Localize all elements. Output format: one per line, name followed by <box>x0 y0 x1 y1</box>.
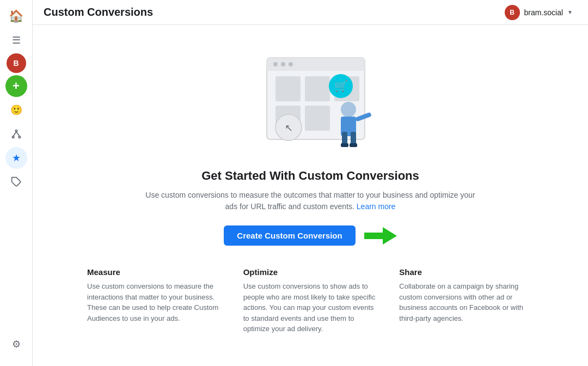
sidebar: 🏠 ☰ B + 🙂 ★ ⚙ <box>0 0 33 366</box>
page-title: Custom Conversions <box>44 6 153 19</box>
svg-rect-22 <box>351 132 356 145</box>
svg-point-0 <box>15 130 17 132</box>
sidebar-item-menu[interactable]: ☰ <box>5 29 27 51</box>
feature-optimize-desc: Use custom conversions to show ads to pe… <box>243 281 378 334</box>
feature-measure-title: Measure <box>87 267 222 277</box>
feature-measure: Measure Use custom conversions to measur… <box>87 267 222 334</box>
svg-point-2 <box>19 136 20 138</box>
feature-measure-desc: Use custom conversions to measure the in… <box>87 281 222 324</box>
content-card: 🛒 ↖ G <box>33 25 588 366</box>
svg-line-4 <box>16 132 20 136</box>
page-body: 🛒 ↖ G <box>33 25 588 366</box>
main-content: Custom Conversions B bram.social ▼ <box>33 0 588 366</box>
svg-text:↖: ↖ <box>285 123 293 133</box>
svg-rect-8 <box>267 65 365 71</box>
svg-rect-16 <box>305 106 330 131</box>
sidebar-item-home[interactable]: 🏠 <box>5 5 27 27</box>
sidebar-item-settings[interactable]: ⚙ <box>5 333 27 355</box>
account-avatar: B <box>505 5 520 20</box>
svg-rect-21 <box>342 132 347 145</box>
cta-title: Get Started With Custom Conversions <box>201 169 419 183</box>
svg-point-1 <box>12 136 14 138</box>
feature-share-desc: Collaborate on a campaign by sharing cus… <box>399 281 534 324</box>
svg-point-19 <box>341 102 356 117</box>
sidebar-item-network[interactable] <box>5 123 27 145</box>
cta-description: Use custom conversions to measure the ou… <box>142 190 479 212</box>
sidebar-item-smiley[interactable]: 🙂 <box>5 99 27 121</box>
svg-marker-28 <box>364 227 397 245</box>
svg-line-3 <box>13 132 16 136</box>
learn-more-link[interactable]: Learn more <box>357 202 396 211</box>
create-custom-conversion-button[interactable]: Create Custom Conversion <box>224 225 355 246</box>
svg-text:🛒: 🛒 <box>334 80 348 93</box>
account-name: bram.social <box>524 8 564 17</box>
illustration: 🛒 ↖ <box>234 47 387 156</box>
svg-rect-13 <box>305 76 330 101</box>
feature-optimize: Optimize Use custom conversions to show … <box>243 267 378 334</box>
svg-rect-23 <box>341 143 348 147</box>
sidebar-item-tag[interactable] <box>5 171 27 193</box>
feature-share-title: Share <box>399 267 534 277</box>
sidebar-item-avatar[interactable]: B <box>7 53 26 73</box>
features-section: Measure Use custom conversions to measur… <box>65 267 555 334</box>
feature-share: Share Collaborate on a campaign by shari… <box>399 267 534 334</box>
arrow-icon <box>364 226 397 246</box>
chevron-down-icon: ▼ <box>567 9 573 15</box>
feature-optimize-title: Optimize <box>243 267 378 277</box>
svg-point-10 <box>281 62 285 66</box>
header: Custom Conversions B bram.social ▼ <box>33 0 588 25</box>
account-selector[interactable]: B bram.social ▼ <box>500 3 578 22</box>
svg-point-9 <box>273 62 278 66</box>
svg-point-11 <box>289 62 293 66</box>
sidebar-item-add[interactable]: + <box>5 75 27 97</box>
svg-rect-24 <box>350 143 357 147</box>
sidebar-item-star[interactable]: ★ <box>5 147 27 169</box>
svg-rect-12 <box>275 76 301 101</box>
cta-row: Create Custom Conversion <box>224 225 396 246</box>
